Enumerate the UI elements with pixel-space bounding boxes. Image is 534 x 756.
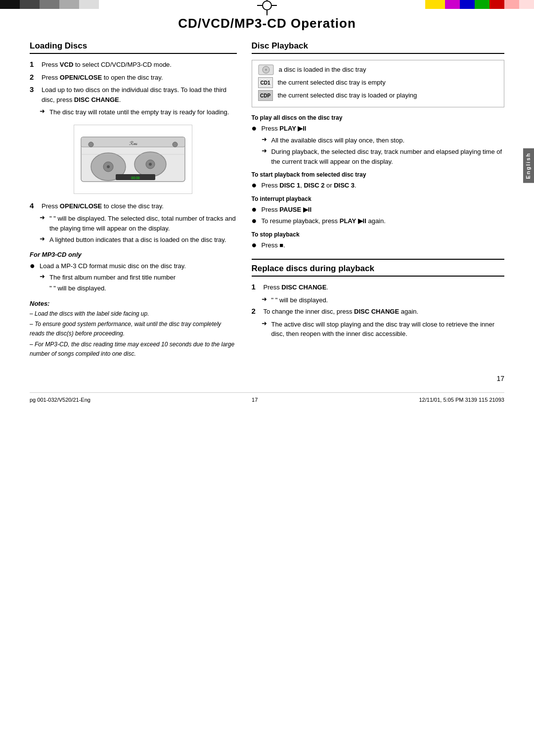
strip-blue xyxy=(460,0,475,9)
mp3-arrow-2: " " will be displayed. xyxy=(40,284,237,293)
disc-icons-box: a disc is loaded in the disc tray CD1 th… xyxy=(252,60,505,107)
strip-verylightgray xyxy=(79,0,99,9)
play-all-arrow-1-text: All the available discs will play once, … xyxy=(271,136,405,145)
main-content: Loading Discs 1 Press VCD to select CD/V… xyxy=(30,41,504,360)
disc-icon-row-1: a disc is loaded in the disc tray xyxy=(258,64,498,75)
svg-point-16 xyxy=(265,69,267,71)
disc-tray-icon xyxy=(258,64,274,75)
step-3-num: 3 xyxy=(30,85,40,94)
step-4: 4 Press OPEN/CLOSE to close the disc tra… xyxy=(30,201,237,211)
loading-discs-title: Loading Discs xyxy=(30,41,237,54)
start-playback-bullet: ● Press DISC 1, DISC 2 or DISC 3. xyxy=(252,181,505,190)
crosshair-icon xyxy=(257,0,277,15)
replace-discs-section: Replace discs during playback 1 Press DI… xyxy=(252,259,505,339)
cd1-badge: CD1 xyxy=(258,77,273,88)
play-all-arrow-1: ➜ All the available discs will play once… xyxy=(262,136,505,145)
arrow-icon-play-2: ➜ xyxy=(262,147,269,154)
replace-step-1-text: Press DISC CHANGE. xyxy=(264,283,328,292)
replace-step-2-num: 2 xyxy=(252,307,262,315)
crosshair-circle xyxy=(262,0,272,10)
step-3-arrow: ➜ The disc tray will rotate until the em… xyxy=(40,107,237,117)
page-wrapper: CD/VCD/MP3-CD Operation English Loading … xyxy=(0,16,534,403)
replace-step-1-num: 1 xyxy=(252,283,262,291)
mp3-arrow-1-text: The first album number and first title n… xyxy=(49,273,176,283)
disc-icon-row2-text: the current selected disc tray is empty xyxy=(278,78,386,88)
replace-discs-title: Replace discs during playback xyxy=(252,264,505,277)
arrow-icon-2a: ➜ xyxy=(40,214,47,221)
loading-discs-section: Loading Discs 1 Press VCD to select CD/V… xyxy=(30,41,237,360)
strip-center xyxy=(240,0,294,11)
bullet-icon-resume: ● xyxy=(252,216,260,225)
step-1-num: 1 xyxy=(30,60,40,68)
note-3: – For MP3-CD, the disc reading time may … xyxy=(30,340,237,359)
mp3-arrow-1: ➜ The first album number and first title… xyxy=(40,273,237,283)
replace-step-2-text: To change the inner disc, press DISC CHA… xyxy=(264,307,419,317)
disc-icon-row3-text: the current selected disc tray is loaded… xyxy=(278,91,417,100)
step-2-text: Press OPEN/CLOSE to open the disc tray. xyxy=(42,73,163,83)
strip-gray xyxy=(40,0,59,9)
mp3-arrow-2-text: " " will be displayed. xyxy=(49,284,106,293)
notes-section: Notes: – Load the discs with the label s… xyxy=(30,300,237,359)
play-all-arrow-2-text: During playback, the selected disc tray,… xyxy=(271,147,505,166)
step-2: 2 Press OPEN/CLOSE to open the disc tray… xyxy=(30,73,237,83)
arrow-icon-play-1: ➜ xyxy=(262,136,269,143)
step-1: 1 Press VCD to select CD/VCD/MP3-CD mode… xyxy=(30,60,237,70)
footer: pg 001-032/V520/21-Eng 17 12/11/01, 5:05… xyxy=(30,392,504,403)
disc-icon-row-2: CD1 the current selected disc tray is em… xyxy=(258,77,498,88)
strip-lightgray xyxy=(59,0,79,9)
strip-yellow xyxy=(425,0,445,9)
bullet-icon-interrupt: ● xyxy=(252,205,260,214)
interrupt-text: Press PAUSE ▶II xyxy=(262,205,312,215)
arrow-icon-1: ➜ xyxy=(40,107,47,115)
note-2: – To ensure good system performance, wai… xyxy=(30,320,237,338)
svg-text:00:00: 00:00 xyxy=(131,176,140,180)
svg-point-8 xyxy=(149,163,152,166)
replace-step-1-arrow-text: " " will be displayed. xyxy=(271,295,328,305)
step-3-arrow-text: The disc tray will rotate until the empt… xyxy=(49,107,229,117)
bullet-icon-start: ● xyxy=(252,181,260,189)
replace-step-2: 2 To change the inner disc, press DISC C… xyxy=(252,307,505,317)
strip-lightpink xyxy=(519,0,534,9)
notes-title: Notes: xyxy=(30,300,237,307)
bullet-icon-stop: ● xyxy=(252,240,260,249)
step-4-arrow-b-text: A lighted button indicates that a disc i… xyxy=(49,235,226,245)
strip-green xyxy=(475,0,490,9)
stop-bullet: ● Press ■. xyxy=(252,240,505,250)
arrow-icon-mp3-1: ➜ xyxy=(40,273,47,280)
footer-right: 12/11/01, 5:05 PM 3139 115 21093 xyxy=(419,397,504,403)
step-3-text: Load up to two discs on the individual d… xyxy=(42,85,237,104)
svg-point-9 xyxy=(89,142,93,147)
strip-magenta xyxy=(445,0,460,9)
stop-heading: To stop playback xyxy=(252,231,505,238)
cd-player-image: ℛ𝓊𝓈 00:00 xyxy=(74,125,192,194)
strip-pink xyxy=(504,0,519,9)
step-1-text: Press VCD to select CD/VCD/MP3-CD mode. xyxy=(42,60,172,70)
step-3: 3 Load up to two discs on the individual… xyxy=(30,85,237,104)
cdp-badge: CDP xyxy=(258,90,273,101)
page-number: 17 xyxy=(30,375,504,382)
interrupt-bullet: ● Press PAUSE ▶II xyxy=(252,205,505,215)
mp3-bullet-text: Load a MP-3 CD format music disc on the … xyxy=(40,261,186,271)
footer-mid: 17 xyxy=(252,397,258,403)
replace-step-1-arrow: ➜ " " will be displayed. xyxy=(262,295,505,305)
strip-black xyxy=(0,0,20,9)
step-4-text: Press OPEN/CLOSE to close the disc tray. xyxy=(42,201,164,211)
arrow-icon-mp3-2 xyxy=(40,284,47,291)
mp3-bullet-1: ● Load a MP-3 CD format music disc on th… xyxy=(30,261,237,271)
svg-point-10 xyxy=(173,142,178,147)
stop-text: Press ■. xyxy=(262,240,285,250)
start-playback-text: Press DISC 1, DISC 2 or DISC 3. xyxy=(262,181,356,190)
strip-white-r xyxy=(294,0,425,9)
arrow-icon-replace-2: ➜ xyxy=(262,320,269,327)
play-all-heading: To play all discs on the disc tray xyxy=(252,114,505,121)
top-right-strips xyxy=(294,0,534,11)
play-all-bullet: ● Press PLAY ▶II xyxy=(252,124,505,134)
bullet-icon-play: ● xyxy=(252,124,260,133)
svg-point-5 xyxy=(107,165,110,168)
step-4-arrow-a: ➜ " " will be displayed. The selected di… xyxy=(40,214,237,233)
disc-icon-row1-text: a disc is loaded in the disc tray xyxy=(279,65,366,75)
top-left-strips xyxy=(0,0,240,11)
arrow-icon-2b: ➜ xyxy=(40,235,47,242)
note-1: – Load the discs with the label side fac… xyxy=(30,309,237,319)
strip-white xyxy=(99,0,240,9)
